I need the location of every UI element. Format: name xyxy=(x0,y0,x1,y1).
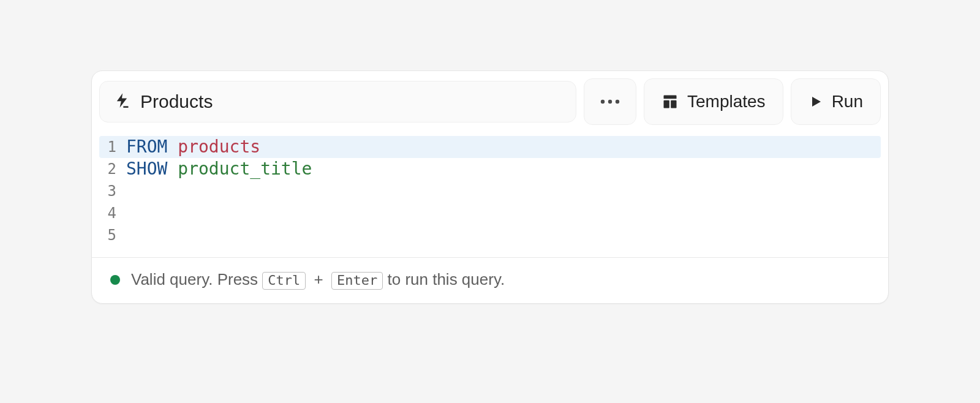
kbd-ctrl: Ctrl xyxy=(262,272,306,290)
run-label: Run xyxy=(832,92,863,111)
code-line[interactable]: 4 xyxy=(99,202,881,224)
line-number: 3 xyxy=(99,180,126,202)
svg-rect-6 xyxy=(671,100,676,108)
code-content[interactable] xyxy=(126,180,137,202)
svg-rect-4 xyxy=(664,96,677,99)
query-panel: Products Templates xyxy=(91,70,889,304)
code-content[interactable]: SHOW product_title xyxy=(126,158,312,180)
status-prefix: Valid query. Press xyxy=(131,270,262,288)
templates-button[interactable]: Templates xyxy=(644,78,783,125)
panel-header: Products Templates xyxy=(92,71,888,131)
play-icon xyxy=(809,94,823,109)
svg-point-1 xyxy=(601,100,605,104)
code-content[interactable] xyxy=(126,224,137,246)
line-number: 5 xyxy=(99,224,126,246)
status-suffix: to run this query. xyxy=(387,270,505,288)
code-line[interactable]: 2SHOW product_title xyxy=(99,158,881,180)
code-line[interactable]: 5 xyxy=(99,224,881,246)
query-title: Products xyxy=(140,91,213,112)
line-number: 1 xyxy=(99,136,126,158)
code-content[interactable]: FROM products xyxy=(126,136,260,158)
more-button[interactable] xyxy=(584,78,636,125)
svg-rect-5 xyxy=(664,100,669,108)
code-content[interactable] xyxy=(126,202,137,224)
line-number: 2 xyxy=(99,158,126,180)
title-pill[interactable]: Products xyxy=(99,81,576,122)
svg-point-2 xyxy=(608,100,612,104)
svg-point-3 xyxy=(616,100,619,104)
templates-label: Templates xyxy=(687,92,766,111)
run-button[interactable]: Run xyxy=(791,78,881,125)
line-number: 4 xyxy=(99,202,126,224)
code-editor[interactable]: 1FROM products2SHOW product_title3 4 5 xyxy=(92,131,888,257)
code-line[interactable]: 3 xyxy=(99,180,881,202)
code-line[interactable]: 1FROM products xyxy=(99,136,881,158)
ellipsis-icon xyxy=(599,99,621,105)
status-plus: + xyxy=(314,270,323,288)
kbd-enter: Enter xyxy=(331,272,383,290)
status-ok-icon xyxy=(110,275,120,285)
bolt-icon xyxy=(113,92,130,111)
status-text: Valid query. Press Ctrl + Enter to run t… xyxy=(131,270,505,290)
status-bar: Valid query. Press Ctrl + Enter to run t… xyxy=(92,257,888,303)
templates-icon xyxy=(662,93,679,110)
svg-rect-0 xyxy=(123,106,128,108)
